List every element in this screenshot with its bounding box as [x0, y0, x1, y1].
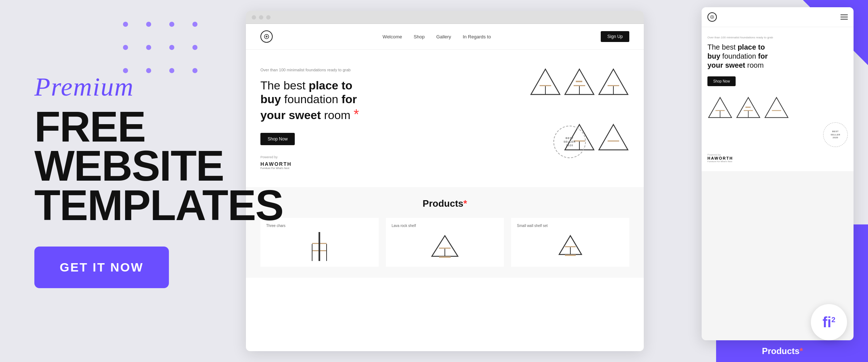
- svg-rect-28: [565, 246, 576, 247]
- dot: [192, 22, 197, 27]
- mobile-shelf-1: [707, 96, 733, 119]
- svg-rect-7: [576, 81, 582, 82]
- site-hero: Over than 100 minimalist foundations rea…: [246, 50, 644, 187]
- shelf-triangle-2: [563, 68, 595, 96]
- dot: [192, 68, 197, 73]
- left-content: Premium FREE WEBSITE TEMPLATES GET IT NO…: [0, 74, 235, 289]
- browser-dot-green: [266, 15, 271, 20]
- dot: [146, 68, 151, 73]
- mobile-mockup: Over than 100 minimalist foundations rea…: [702, 7, 854, 340]
- products-grid: Three chars: [260, 218, 629, 267]
- shelf-triangle-3: [597, 68, 629, 96]
- dot: [123, 22, 128, 27]
- product-furniture-1: [309, 232, 330, 261]
- nav-gallery[interactable]: Gallery: [436, 34, 451, 39]
- mobile-haworth-brand: HAWORTH: [707, 156, 848, 160]
- powered-by-label: Powered by: [260, 155, 499, 159]
- dot: [146, 45, 151, 50]
- best-seller-badge: BESTSELLER2020: [553, 126, 586, 158]
- svg-rect-24: [439, 248, 451, 249]
- main-heading: FREE WEBSITE TEMPLATES: [34, 107, 235, 225]
- svg-rect-33: [715, 110, 724, 111]
- product-label-2: Lava rock shelf: [392, 224, 498, 228]
- dot: [169, 22, 174, 27]
- browser-dot-red: [252, 15, 256, 20]
- haworth-sub: Furniture For What's Next: [260, 167, 499, 169]
- ham-line: [841, 19, 848, 20]
- dot: [146, 22, 151, 27]
- mobile-header: [702, 7, 854, 27]
- mobile-best-seller-text: BESTSELLER2020: [831, 130, 841, 139]
- shelf-triangle-5: [597, 123, 629, 151]
- shop-now-button[interactable]: Shop Now: [260, 133, 295, 145]
- hamburger-menu-icon[interactable]: [841, 14, 848, 20]
- svg-marker-14: [599, 125, 628, 150]
- nav-shop[interactable]: Shop: [414, 34, 425, 39]
- hero-small-text: Over than 100 minimalist foundations rea…: [260, 68, 499, 72]
- mobile-small-text: Over than 100 minimalist foundations rea…: [707, 36, 848, 39]
- hero-heading: The best place tobuy foundation foryour …: [260, 79, 499, 123]
- product-furniture-3: [558, 234, 583, 259]
- product-img-2: [392, 232, 498, 261]
- nav-welcome[interactable]: Welcome: [383, 34, 402, 39]
- browser-dot-yellow: [259, 15, 263, 20]
- svg-rect-39: [772, 110, 781, 111]
- mobile-heading: The best place tobuy foundation foryour …: [707, 43, 848, 70]
- dot: [123, 45, 128, 50]
- mobile-haworth-sub: Furniture For What's Next: [707, 160, 848, 163]
- dot: [169, 45, 174, 50]
- browser-chrome: [246, 11, 644, 24]
- premium-label: Premium: [34, 74, 235, 100]
- nav-regards[interactable]: In Regards to: [463, 34, 491, 39]
- mobile-shelf-2: [736, 96, 761, 119]
- mobile-products-bottom-label: Products*: [762, 346, 803, 356]
- banner: Premium FREE WEBSITE TEMPLATES GET IT NO…: [0, 0, 868, 362]
- products-section: Products* Three chars: [246, 187, 644, 278]
- heading-line2: TEMPLATES: [34, 181, 283, 229]
- svg-rect-10: [608, 85, 619, 86]
- svg-rect-29: [565, 254, 576, 256]
- product-label-3: Small wall shelf set: [517, 224, 624, 228]
- product-card-3: Small wall shelf set: [511, 218, 629, 267]
- mobile-shop-button[interactable]: Shop Now: [707, 76, 736, 86]
- fi2-badge: fi2: [811, 304, 847, 340]
- hero-text-area: Over than 100 minimalist foundations rea…: [260, 68, 499, 176]
- svg-rect-36: [744, 110, 753, 111]
- ham-line: [841, 14, 848, 15]
- svg-marker-38: [765, 97, 788, 118]
- hero-image-area: BESTSELLER2020: [499, 68, 629, 176]
- mockups-area: Welcome Shop Gallery In Regards to Sign …: [235, 0, 868, 362]
- product-img-3: [517, 232, 624, 261]
- mobile-hero: Over than 100 minimalist foundations rea…: [702, 27, 854, 171]
- product-furniture-2: [430, 234, 459, 259]
- dot: [169, 68, 174, 73]
- cta-button[interactable]: GET IT NOW: [34, 247, 169, 288]
- fi2-text: fi2: [822, 314, 835, 331]
- mobile-logo: [707, 12, 717, 22]
- mobile-shelves: [707, 96, 848, 119]
- svg-rect-15: [608, 140, 619, 142]
- dot-grid: [123, 22, 205, 81]
- desktop-mockup: Welcome Shop Gallery In Regards to Sign …: [246, 11, 644, 351]
- dot: [192, 45, 197, 50]
- svg-rect-25: [439, 256, 451, 258]
- site-logo: [260, 30, 273, 43]
- product-img-1: [266, 232, 373, 261]
- mobile-best-seller-badge: BESTSELLER2020: [823, 122, 848, 147]
- mobile-shelf-3: [764, 96, 789, 119]
- heading-line1: FREE WEBSITE: [34, 103, 224, 190]
- svg-rect-37: [745, 107, 750, 108]
- ham-line: [841, 17, 848, 17]
- nav-signup-button[interactable]: Sign Up: [601, 31, 629, 42]
- product-card-2: Lava rock shelf: [386, 218, 504, 267]
- shelf-triangle-1: [529, 68, 561, 96]
- nav-links: Welcome Shop Gallery In Regards to: [383, 34, 491, 39]
- site-nav: Welcome Shop Gallery In Regards to Sign …: [246, 24, 644, 50]
- products-title: Products*: [260, 198, 629, 209]
- haworth-brand: HAWORTH: [260, 161, 499, 167]
- best-seller-text: BESTSELLER2020: [563, 136, 576, 147]
- mobile-powered-by: Powered by: [707, 153, 848, 156]
- browser-content: Welcome Shop Gallery In Regards to Sign …: [246, 24, 644, 351]
- svg-rect-6: [574, 85, 585, 86]
- svg-rect-3: [540, 85, 551, 86]
